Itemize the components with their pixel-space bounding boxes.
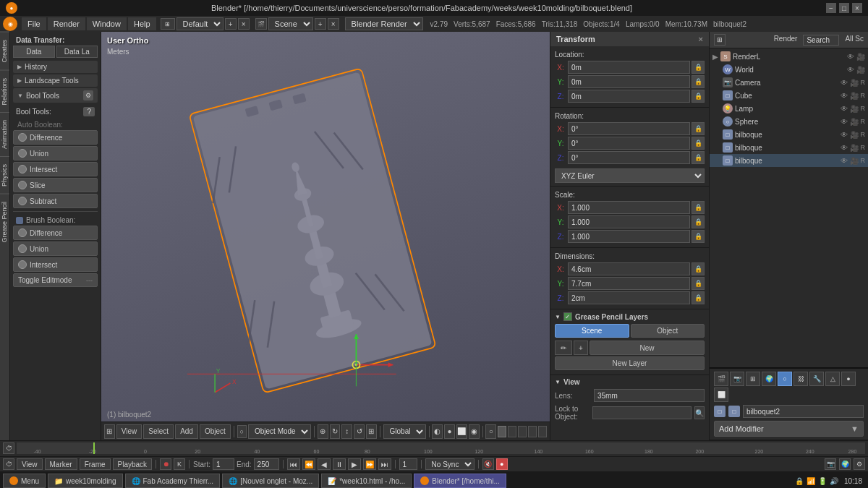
taskbar-fab-btn[interactable]: 🌐 Fab Academy Thierr...	[125, 474, 221, 488]
add-modifier-btn[interactable]: Add Modifier ▼	[714, 421, 864, 437]
transform-orient-icon[interactable]: ↻	[330, 424, 341, 439]
sphere-render-icon[interactable]: 🎥	[850, 118, 859, 126]
layer-3-btn[interactable]	[518, 426, 527, 437]
intersect2-btn[interactable]: Intersect	[13, 257, 98, 272]
gp-header-row[interactable]: ▼ ✓ Grease Pencil Layers	[555, 312, 705, 321]
prop-icon-object[interactable]: ○	[778, 372, 792, 386]
camera-restrict-icon[interactable]: R	[861, 79, 866, 86]
loc-x-lock[interactable]: 🔒	[692, 61, 705, 74]
jump-end-btn[interactable]: ⏭	[378, 458, 391, 470]
settings-btn[interactable]: ⚙	[854, 458, 865, 470]
slice-btn[interactable]: Slice	[13, 178, 98, 192]
step-fwd-btn[interactable]: ⏩	[363, 458, 376, 470]
fps-select[interactable]: No Sync	[425, 458, 475, 470]
outliner-item-bilboque1[interactable]: □ bilboque 👁 🎥 R	[710, 128, 868, 141]
menu-help[interactable]: Help	[128, 17, 156, 30]
menu-window[interactable]: Window	[87, 17, 127, 30]
solid-shade-btn[interactable]: ◐	[432, 424, 443, 439]
dim-z-lock[interactable]: 🔒	[692, 291, 705, 304]
record-icon[interactable]: ⏺	[160, 458, 171, 470]
outliner-item-sphere[interactable]: ○ Sphere 👁 🎥 R	[710, 115, 868, 128]
snap-icon[interactable]: ⊕	[318, 424, 328, 439]
tl-playback-btn[interactable]: Playback	[113, 458, 153, 470]
scale-x-input[interactable]	[568, 201, 690, 214]
toggle-editmode-btn[interactable]: Toggle Editmode ---	[13, 273, 98, 287]
layer-1-btn[interactable]	[498, 426, 506, 437]
layout-close-btn[interactable]: ×	[238, 18, 250, 30]
subtract-btn[interactable]: Subtract	[13, 194, 98, 208]
world-render-icon[interactable]: 🎥	[856, 66, 865, 74]
taskbar-html-btn[interactable]: 📝 *week10.html - /ho...	[321, 474, 412, 488]
object-mode-select[interactable]: Object Mode	[248, 424, 311, 439]
render-icon[interactable]: 🎥	[856, 53, 865, 61]
tab-animation[interactable]: Animation	[0, 112, 9, 156]
help-button[interactable]: ?	[83, 107, 95, 116]
layer-5-btn[interactable]	[538, 426, 547, 437]
translate-icon[interactable]: ↕	[341, 424, 352, 439]
play-back-btn[interactable]: ◀	[318, 458, 331, 470]
prop-icon-constraints[interactable]: ⛓	[793, 372, 808, 386]
dim-z-input[interactable]	[568, 291, 690, 304]
loc-y-lock[interactable]: 🔒	[692, 75, 705, 88]
scene-close-btn[interactable]: ×	[328, 18, 339, 30]
tl-view-btn[interactable]: View	[17, 458, 43, 470]
prop-icon-world[interactable]: 🌍	[762, 372, 776, 386]
camera-render-icon[interactable]: 🎥	[850, 79, 859, 87]
outliner-item-bilboque3[interactable]: □ bilboque 👁 🎥 R	[710, 154, 868, 167]
history-section[interactable]: ▶ History	[13, 61, 98, 73]
outliner-item-lamp[interactable]: 💡 Lamp 👁 🎥 R	[710, 102, 868, 115]
prop-icon-layers[interactable]: ⊞	[746, 372, 760, 386]
bilboque1-eye-icon[interactable]: 👁	[841, 131, 848, 139]
sync-mode-btn[interactable]: ●	[496, 458, 508, 470]
tab-creates[interactable]: Creates	[0, 32, 9, 70]
taskbar-menu-btn[interactable]: Menu	[3, 474, 46, 488]
bilboque2-render-icon[interactable]: 🎥	[850, 144, 859, 152]
rendered-shade-btn[interactable]: ◉	[469, 424, 480, 439]
layer-2-btn[interactable]	[508, 426, 516, 437]
tab-relations[interactable]: Relations	[0, 70, 9, 113]
close-button[interactable]: ×	[852, 3, 862, 13]
tl-marker-btn[interactable]: Marker	[45, 458, 77, 470]
prop-icon-render[interactable]: 📷	[730, 372, 744, 386]
gp-new-layer-btn[interactable]: New Layer	[555, 356, 705, 370]
loc-z-lock[interactable]: 🔒	[692, 90, 705, 103]
transform-orientation-select[interactable]: Global	[383, 424, 426, 439]
tab-grease-pencil[interactable]: Grease Pencil	[0, 194, 9, 250]
maximize-button[interactable]: □	[839, 3, 849, 13]
view-header-row[interactable]: ▼ View	[555, 378, 705, 386]
cube-render-icon[interactable]: 🎥	[850, 92, 859, 100]
scale-x-lock[interactable]: 🔒	[692, 201, 705, 214]
prop-icon-scene[interactable]: 🎬	[714, 372, 728, 386]
camera-btn[interactable]: 📷	[825, 458, 836, 470]
tab-data[interactable]: Data	[13, 46, 55, 58]
loc-x-input[interactable]	[568, 61, 690, 74]
lock-object-input[interactable]	[592, 406, 692, 419]
stop-btn[interactable]: ⏸	[333, 458, 346, 470]
proportional-edit-btn[interactable]: ○	[485, 424, 496, 439]
scale-icon[interactable]: ⊞	[366, 424, 377, 439]
start-frame-input[interactable]	[213, 458, 234, 470]
gp-add-icon[interactable]: +	[574, 341, 588, 355]
bilboque2-eye-icon[interactable]: 👁	[841, 144, 848, 152]
prop-icon-modifier[interactable]: 🔧	[809, 372, 824, 386]
scene-select[interactable]: Scene	[268, 17, 313, 30]
dim-x-lock[interactable]: 🔒	[692, 262, 705, 275]
outliner-item-camera[interactable]: 📷 Camera 👁 🎥 R	[710, 76, 868, 89]
vp-select-btn[interactable]: Select	[143, 424, 174, 439]
transform-close-icon[interactable]: ×	[699, 35, 703, 43]
gp-new-btn[interactable]: New	[590, 341, 705, 355]
rotation-mode-select[interactable]: XYZ Euler	[555, 168, 705, 183]
scene-add-btn[interactable]: +	[315, 18, 326, 30]
timeline-scale[interactable]: -40 -20 0 20 40 60 80 100 120 140 160 18…	[17, 442, 865, 454]
scale-z-lock[interactable]: 🔒	[692, 230, 705, 243]
rot-y-input[interactable]	[568, 137, 690, 150]
current-frame-input[interactable]	[399, 458, 417, 470]
gp-pencil-icon[interactable]: ✏	[555, 341, 572, 355]
scale-y-input[interactable]	[568, 215, 690, 228]
viewport-editor-type-btn[interactable]: ⊞	[104, 424, 115, 439]
bilboque1-render-icon[interactable]: 🎥	[850, 131, 859, 139]
engine-select[interactable]: Blender Render	[345, 17, 423, 30]
difference1-btn[interactable]: Difference	[13, 130, 98, 145]
bilboque3-eye-icon[interactable]: 👁	[841, 157, 848, 165]
timeline-editor-icon[interactable]: ⏱	[3, 442, 14, 454]
